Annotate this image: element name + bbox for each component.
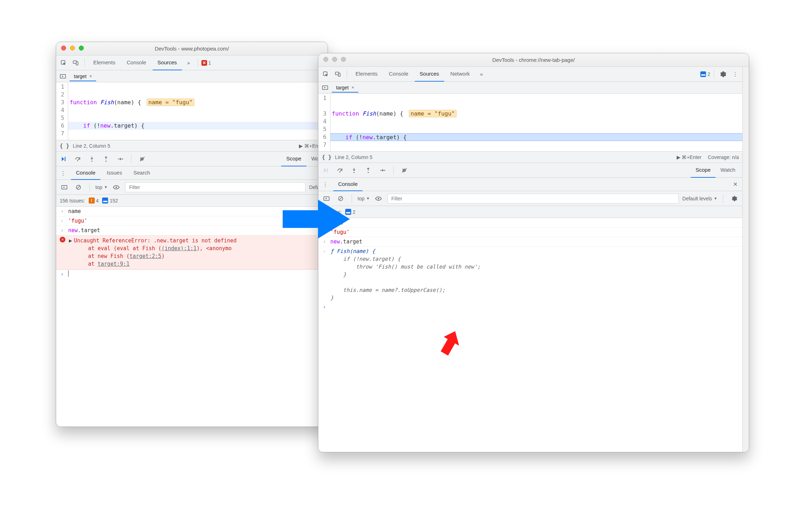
cursor-position: Line 2, Column 5	[335, 154, 372, 160]
context-selector[interactable]: top▼	[358, 196, 370, 201]
console-sidebar-toggle-icon[interactable]	[59, 182, 70, 193]
code-editor[interactable]: 1234567 function Fish(name) { name = "fu…	[56, 82, 328, 140]
pretty-print-icon[interactable]: { }	[322, 154, 331, 160]
minimize-button[interactable]	[70, 46, 75, 52]
tab-elements[interactable]: Elements	[351, 67, 383, 82]
svg-rect-21	[327, 168, 328, 172]
deactivate-breakpoints-icon[interactable]	[399, 165, 410, 176]
line-gutter: 1234567	[318, 94, 330, 151]
deactivate-breakpoints-icon[interactable]	[137, 154, 148, 164]
file-tab-target[interactable]: target ×	[332, 83, 358, 93]
zoom-button[interactable]	[341, 57, 346, 63]
settings-icon[interactable]	[718, 69, 728, 80]
filter-input[interactable]	[125, 182, 305, 192]
pretty-print-icon[interactable]: { }	[60, 143, 69, 149]
more-tabs[interactable]: »	[476, 69, 487, 80]
tab-issues-drawer[interactable]: Issues	[102, 166, 127, 180]
file-tab-target[interactable]: target ×	[70, 71, 96, 81]
console-input-row: name	[68, 207, 81, 215]
tab-console[interactable]: Console	[122, 55, 151, 70]
window-title: DevTools - chrome://new-tab-page/	[318, 57, 749, 63]
step-over-icon[interactable]	[72, 154, 83, 164]
tab-console-drawer[interactable]: Console	[71, 166, 100, 180]
clear-console-icon[interactable]	[73, 182, 84, 193]
console-prompt-caret[interactable]	[68, 270, 72, 277]
tab-network[interactable]: Network	[446, 67, 475, 82]
more-tabs[interactable]: »	[183, 58, 194, 68]
error-count-badge[interactable]: ✕1	[201, 60, 211, 66]
minimize-button[interactable]	[332, 57, 337, 63]
window-title: DevTools - www.photopea.com/	[56, 46, 328, 52]
divider	[347, 70, 347, 78]
tab-scope[interactable]: Scope	[691, 163, 716, 178]
step-into-icon[interactable]	[349, 165, 359, 176]
tab-console-drawer[interactable]: Console	[333, 178, 363, 191]
close-tab-icon[interactable]: ×	[89, 73, 92, 79]
svg-point-8	[92, 160, 93, 161]
close-drawer-icon[interactable]: ×	[733, 180, 737, 188]
console-output[interactable]: ›name ‹'fugu' ›new.target ‹ ƒ Fish(name)…	[318, 218, 742, 452]
error-source-link[interactable]: target:2:5	[130, 253, 161, 259]
drawer-menu-icon[interactable]: ⋮	[58, 168, 68, 178]
svg-point-29	[378, 198, 379, 199]
line-gutter: 1234567	[56, 82, 68, 140]
drawer-tab-bar: ⋮ Console Issues Search	[56, 166, 328, 180]
navigator-toggle-icon[interactable]	[58, 71, 68, 82]
zoom-button[interactable]	[79, 46, 84, 52]
log-levels-selector[interactable]: Default levels▼	[682, 196, 717, 201]
editor-status-bar: { } Line 2, Column 5 ▶ ⌘+Enter	[56, 140, 328, 152]
code-lines: function Fish(name) { name = "fugu" if (…	[68, 82, 328, 140]
svg-marker-30	[283, 200, 350, 239]
info-count-badge[interactable]: ▬2	[700, 71, 710, 77]
device-toggle-icon[interactable]	[333, 69, 343, 80]
step-icon[interactable]	[115, 154, 125, 164]
divider	[198, 59, 198, 67]
drawer-menu-icon[interactable]: ⋮	[320, 179, 330, 190]
svg-marker-5	[62, 157, 64, 161]
title-bar: DevTools - chrome://new-tab-page/	[318, 53, 749, 67]
tab-console[interactable]: Console	[384, 67, 413, 82]
filter-input[interactable]	[387, 194, 679, 204]
live-expression-icon[interactable]	[373, 193, 384, 204]
more-menu-icon[interactable]: ⋮	[730, 69, 740, 80]
console-toolbar: top▼ Default	[56, 180, 328, 195]
resume-icon[interactable]	[58, 154, 69, 164]
close-button[interactable]	[323, 57, 328, 63]
tab-sources[interactable]: Sources	[153, 55, 182, 70]
context-selector[interactable]: top▼	[95, 184, 107, 190]
tab-scope[interactable]: Scope	[281, 152, 306, 166]
issues-bar[interactable]: 2 Issues: ▬2	[318, 206, 742, 218]
svg-point-10	[122, 158, 123, 159]
device-toggle-icon[interactable]	[70, 58, 81, 68]
step-into-icon[interactable]	[87, 154, 97, 164]
main-toolbar: Elements Console Sources » ✕1	[56, 55, 328, 70]
transition-arrow-annotation	[283, 196, 353, 242]
step-out-icon[interactable]	[363, 165, 373, 176]
file-tab-label: target	[336, 85, 349, 90]
step-out-icon[interactable]	[101, 154, 111, 164]
svg-point-24	[368, 172, 369, 173]
inspect-icon[interactable]	[320, 69, 331, 80]
console-settings-icon[interactable]	[729, 193, 740, 204]
error-source-link[interactable]: target:9:1	[98, 261, 129, 267]
inspect-icon[interactable]	[58, 58, 69, 68]
close-tab-icon[interactable]: ×	[352, 85, 354, 90]
step-icon[interactable]	[377, 165, 388, 176]
svg-rect-2	[76, 62, 78, 65]
scrollbar[interactable]	[742, 67, 749, 452]
resume-icon[interactable]	[320, 165, 331, 176]
tab-search-drawer[interactable]: Search	[128, 166, 155, 180]
console-output-row: 'fugu'	[68, 217, 87, 225]
main-toolbar: Elements Console Sources Network » ▬2 ⋮	[318, 67, 742, 82]
error-source-link[interactable]: (index):1:1	[161, 245, 196, 252]
divider	[84, 59, 85, 67]
live-expression-icon[interactable]	[111, 182, 122, 193]
code-editor[interactable]: 1234567 function Fish(name) { name = "fu…	[318, 94, 742, 152]
tab-sources[interactable]: Sources	[415, 67, 444, 82]
tab-elements[interactable]: Elements	[88, 55, 120, 70]
console-input-row: new.target	[68, 226, 100, 234]
tab-watch[interactable]: Watch	[716, 163, 740, 178]
step-over-icon[interactable]	[335, 165, 345, 176]
close-button[interactable]	[61, 46, 66, 52]
navigator-toggle-icon[interactable]	[320, 82, 330, 93]
